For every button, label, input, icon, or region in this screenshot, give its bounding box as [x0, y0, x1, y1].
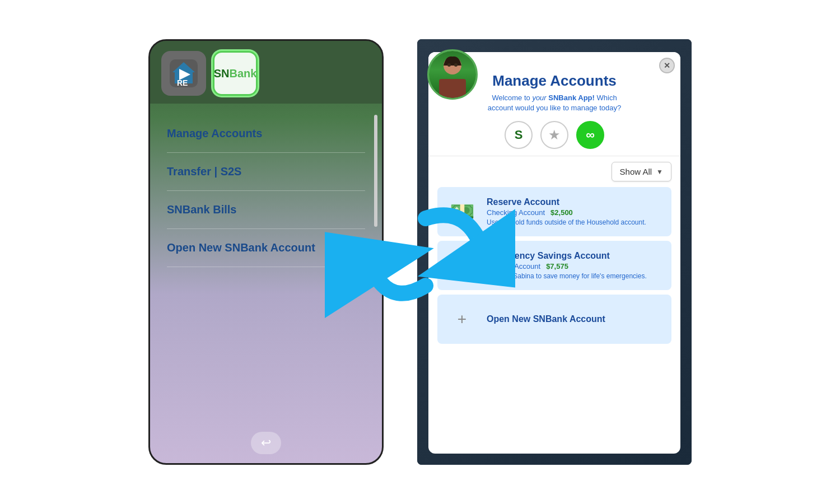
savings-type-row: Savings Account $7,575 — [487, 262, 665, 270]
savings-account-card[interactable]: 🐷 Emergency Savings Account Savings Acco… — [437, 241, 671, 290]
back-icon: ↩ — [261, 436, 271, 450]
scroll-indicator — [374, 115, 377, 227]
add-account-name: Open New SNBank Account — [487, 314, 605, 324]
accounts-list: 💵 Reserve Account Checking Account $2,50… — [428, 187, 680, 454]
back-button[interactable]: ↩ — [251, 432, 281, 454]
dialog-title: Manage Accounts — [492, 72, 617, 90]
reserve-account-type: Checking Account — [487, 208, 545, 217]
savings-account-desc: Used by Sabina to save money for life's … — [487, 272, 665, 280]
reserve-account-icon: 💵 — [444, 194, 480, 230]
dialog-subtitle: Welcome to your SNBank App! Which accoun… — [488, 93, 622, 113]
menu-item-transfer[interactable]: Transfer | S2S — [167, 153, 365, 191]
plus-icon: + — [458, 310, 466, 328]
add-account-icon: + — [444, 301, 480, 337]
menu-item-bills[interactable]: SNBank Bills — [167, 191, 365, 229]
left-phone-panel: RE SNBank Manage Accounts Transfer | S2S… — [148, 39, 384, 465]
phone-footer: ↩ — [150, 423, 382, 463]
phone-menu: Manage Accounts Transfer | S2S SNBank Bi… — [150, 104, 382, 423]
infinity-circle-icon[interactable]: ∞ — [576, 121, 604, 149]
main-container: RE SNBank Manage Accounts Transfer | S2S… — [0, 0, 840, 504]
savings-account-info: Emergency Savings Account Savings Accoun… — [487, 251, 665, 280]
right-sims-panel: ✕ Manage Accounts Welcome to your SNBank… — [417, 39, 692, 465]
snbank-app-icon[interactable]: SNBank — [213, 51, 258, 96]
snbank-icon-text: SNBank — [214, 67, 257, 80]
close-button[interactable]: ✕ — [659, 58, 675, 73]
menu-item-manage-accounts[interactable]: Manage Accounts — [167, 115, 365, 153]
star-circle-icon[interactable]: ★ — [540, 121, 568, 149]
reserve-account-card[interactable]: 💵 Reserve Account Checking Account $2,50… — [437, 187, 671, 236]
snbank-s-icon: S — [515, 128, 523, 142]
svg-rect-8 — [439, 79, 466, 96]
reserve-type-row: Checking Account $2,500 — [487, 208, 665, 217]
phone-header: RE SNBank — [150, 41, 382, 104]
savings-account-balance: $7,575 — [546, 262, 568, 270]
show-all-label: Show All — [620, 167, 652, 176]
reserve-account-name: Reserve Account — [487, 197, 665, 207]
svg-point-10 — [454, 63, 458, 67]
svg-text:RE: RE — [177, 78, 188, 87]
reserve-account-info: Reserve Account Checking Account $2,500 … — [487, 197, 665, 226]
infinity-icon: ∞ — [586, 128, 595, 142]
snbank-circle-icon[interactable]: S — [505, 121, 533, 149]
savings-account-icon: 🐷 — [444, 248, 480, 283]
savings-account-name: Emergency Savings Account — [487, 251, 665, 261]
account-type-icons: S ★ ∞ — [505, 121, 604, 149]
svg-point-9 — [447, 63, 451, 67]
menu-item-open-account[interactable]: Open New SNBank Account — [167, 229, 365, 267]
add-account-card[interactable]: + Open New SNBank Account — [437, 295, 671, 344]
star-icon: ★ — [548, 127, 561, 143]
chevron-down-icon: ▼ — [656, 168, 663, 176]
re-app-icon[interactable]: RE — [161, 51, 206, 96]
show-all-dropdown[interactable]: Show All ▼ — [612, 162, 671, 181]
savings-account-type: Savings Account — [487, 262, 540, 270]
reserve-account-desc: Used to hold funds outside of the Househ… — [487, 218, 665, 226]
reserve-account-balance: $2,500 — [550, 208, 573, 217]
avatar — [427, 49, 478, 100]
avatar-inner — [429, 51, 476, 98]
show-all-row: Show All ▼ — [428, 156, 680, 187]
sims-dialog: ✕ Manage Accounts Welcome to your SNBank… — [428, 52, 680, 454]
